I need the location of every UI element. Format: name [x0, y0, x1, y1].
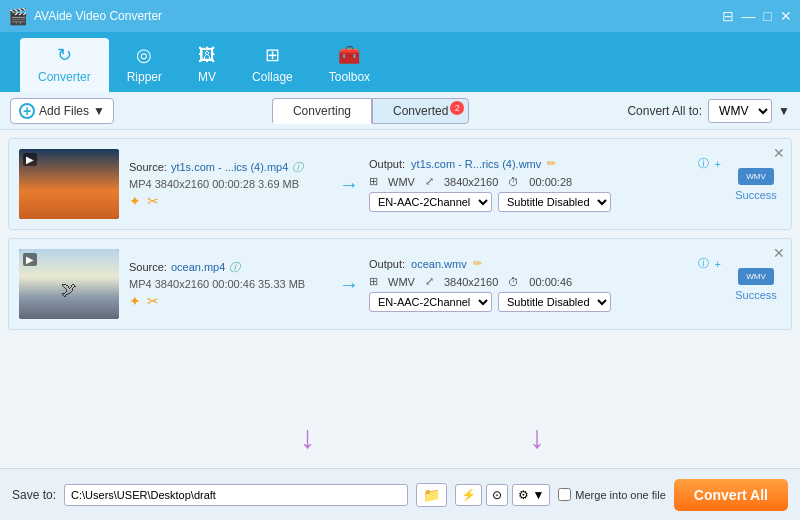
app-logo-icon: 🎬 — [8, 7, 28, 26]
out-duration-1: 00:00:28 — [529, 176, 572, 188]
file-actions-1: ✦ ✂ — [129, 193, 329, 209]
output-name-1: yt1s.com - R...rics (4).wmv — [411, 158, 541, 170]
toolbar: + Add Files ▼ Converting Converted 2 Con… — [0, 92, 800, 130]
save-path-hint-arrow: ↓ — [300, 419, 316, 456]
convert-hint-arrow: ↓ — [529, 419, 545, 456]
output-section-1: Output: yt1s.com - R...rics (4).wmv ✏ ⓘ … — [369, 156, 721, 212]
ripper-icon: ◎ — [136, 44, 152, 66]
arrow-right-1: → — [339, 173, 359, 196]
close-file-1[interactable]: ✕ — [773, 145, 785, 161]
output-info-icon-1[interactable]: ⓘ — [698, 156, 709, 171]
output-info-icon-2[interactable]: ⓘ — [698, 256, 709, 271]
output-label-2: Output: — [369, 258, 405, 270]
converter-icon: ↻ — [57, 44, 72, 66]
add-files-dropdown-icon: ▼ — [93, 104, 105, 118]
format-dropdown-icon: ▼ — [778, 104, 790, 118]
file-format-1: MP4 — [129, 178, 152, 190]
nav-converter-label: Converter — [38, 70, 91, 84]
convert-all-button[interactable]: Convert All — [674, 479, 788, 511]
lightning-button[interactable]: ⚡ — [455, 484, 482, 506]
success-badge-2: WMV Success — [731, 268, 781, 301]
audio-select-1[interactable]: EN-AAC-2Channel — [369, 192, 492, 212]
add-files-button[interactable]: + Add Files ▼ — [10, 98, 114, 124]
cut-icon-2[interactable]: ✂ — [147, 293, 159, 309]
tab-converted[interactable]: Converted 2 — [372, 98, 469, 124]
settings-button[interactable]: ⚙ ▼ — [512, 484, 550, 506]
subtitle-select-1[interactable]: Subtitle Disabled — [498, 192, 611, 212]
output-selects-1: EN-AAC-2Channel Subtitle Disabled — [369, 192, 721, 212]
window-controls[interactable]: ⊟ — □ ✕ — [722, 8, 792, 24]
file-duration-1: 00:00:28 — [212, 178, 255, 190]
audio-select-2[interactable]: EN-AAC-2Channel — [369, 292, 492, 312]
screen-record-button[interactable]: ⊙ — [486, 484, 508, 506]
subtitle-select-2[interactable]: Subtitle Disabled — [498, 292, 611, 312]
bottom-bar: Save to: 📁 ⚡ ⊙ ⚙ ▼ Merge into one file C… — [0, 468, 800, 520]
file-format-2: MP4 — [129, 278, 152, 290]
add-files-label: Add Files — [39, 104, 89, 118]
out-format-1: WMV — [388, 176, 415, 188]
success-text-1: Success — [735, 189, 777, 201]
source-info-icon-2[interactable]: ⓘ — [229, 260, 240, 275]
add-files-plus-icon: + — [19, 103, 35, 119]
file-meta-1: MP4 3840x2160 00:00:28 3.69 MB — [129, 178, 329, 190]
source-name-1: yt1s.com - ...ics (4).mp4 — [171, 161, 288, 173]
browse-folder-button[interactable]: 📁 — [416, 483, 447, 507]
thumbnail-1: ▶ — [19, 149, 119, 219]
minimize-button[interactable]: — — [742, 8, 756, 24]
output-name-2: ocean.wmv — [411, 258, 467, 270]
output-meta-1: ⊞ WMV ⤢ 3840x2160 ⏱ 00:00:28 — [369, 175, 721, 188]
out-resolution-2: 3840x2160 — [444, 276, 498, 288]
nav-mv-label: MV — [198, 70, 216, 84]
output-edit-icon-1[interactable]: ✏ — [547, 157, 556, 170]
nav-toolbox[interactable]: 🧰 Toolbox — [311, 38, 388, 92]
nav-mv[interactable]: 🖼 MV — [180, 39, 234, 92]
monitor-icon[interactable]: ⊟ — [722, 8, 734, 24]
play-indicator-2: ▶ — [23, 253, 37, 266]
save-path-input[interactable] — [64, 484, 408, 506]
file-size-1: 3.69 MB — [258, 178, 299, 190]
bottom-icons: ⚡ ⊙ ⚙ ▼ — [455, 484, 550, 506]
output-add-icon-1[interactable]: + — [715, 158, 721, 170]
file-meta-2: MP4 3840x2160 00:00:46 35.33 MB — [129, 278, 329, 290]
output-selects-2: EN-AAC-2Channel Subtitle Disabled — [369, 292, 721, 312]
file-resolution-2: 3840x2160 — [155, 278, 209, 290]
file-resolution-1: 3840x2160 — [155, 178, 209, 190]
close-button[interactable]: ✕ — [780, 8, 792, 24]
source-info-icon-1[interactable]: ⓘ — [292, 160, 303, 175]
output-add-icon-2[interactable]: + — [715, 258, 721, 270]
format-select[interactable]: WMV — [708, 99, 772, 123]
close-file-2[interactable]: ✕ — [773, 245, 785, 261]
success-icon-2: WMV — [738, 268, 774, 285]
nav-ripper-label: Ripper — [127, 70, 162, 84]
merge-checkbox[interactable] — [558, 488, 571, 501]
out-format-icon-2: ⊞ — [369, 275, 378, 288]
cut-icon-1[interactable]: ✂ — [147, 193, 159, 209]
nav-toolbox-label: Toolbox — [329, 70, 370, 84]
output-edit-icon-2[interactable]: ✏ — [473, 257, 482, 270]
out-dur-icon-2: ⏱ — [508, 276, 519, 288]
tab-converting[interactable]: Converting — [272, 98, 372, 124]
source-name-2: ocean.mp4 — [171, 261, 225, 273]
success-icon-1: WMV — [738, 168, 774, 185]
effects-icon-1[interactable]: ✦ — [129, 193, 141, 209]
merge-check-group: Merge into one file — [558, 488, 666, 501]
nav-collage[interactable]: ⊞ Collage — [234, 38, 311, 92]
maximize-button[interactable]: □ — [764, 8, 772, 24]
effects-icon-2[interactable]: ✦ — [129, 293, 141, 309]
thumb-image-2: ▶ 🕊 — [19, 249, 119, 319]
mv-icon: 🖼 — [198, 45, 216, 66]
success-text-2: Success — [735, 289, 777, 301]
nav-collage-label: Collage — [252, 70, 293, 84]
source-label-2: Source: — [129, 261, 167, 273]
nav-ripper[interactable]: ◎ Ripper — [109, 38, 180, 92]
convert-all-to-group: Convert All to: WMV ▼ — [627, 99, 790, 123]
arrow-right-2: → — [339, 273, 359, 296]
output-header-1: Output: yt1s.com - R...rics (4).wmv ✏ ⓘ … — [369, 156, 721, 171]
bird-icon: 🕊 — [61, 281, 77, 299]
out-res-icon-1: ⤢ — [425, 175, 434, 188]
source-row-1: Source: yt1s.com - ...ics (4).mp4 ⓘ — [129, 160, 329, 175]
output-label-1: Output: — [369, 158, 405, 170]
thumbnail-2: ▶ 🕊 — [19, 249, 119, 319]
nav-converter[interactable]: ↻ Converter — [20, 38, 109, 92]
thumb-image-1: ▶ — [19, 149, 119, 219]
